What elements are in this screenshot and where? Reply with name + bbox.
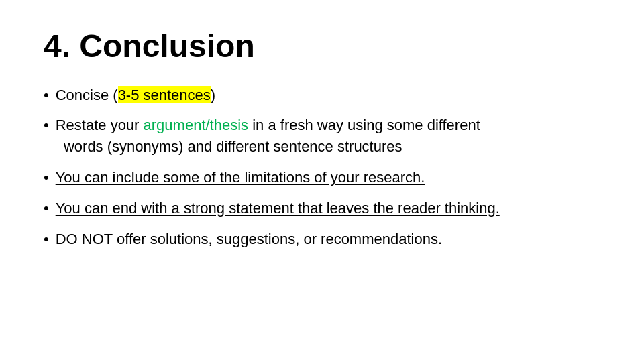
bullet-text: You can include some of the limitations … <box>56 167 600 188</box>
slide: 4. Conclusion • Concise (3-5 sentences) … <box>0 0 644 362</box>
list-item: • DO NOT offer solutions, suggestions, o… <box>44 229 600 250</box>
slide-title: 4. Conclusion <box>44 27 600 66</box>
bullet-text: Concise (3-5 sentences) <box>56 84 600 106</box>
list-item: • You can include some of the limitation… <box>44 167 600 188</box>
bullet-text: You can end with a strong statement that… <box>56 198 600 219</box>
bullet-text: Restate your argument/thesis in a fresh … <box>56 115 600 158</box>
list-item: • Restate your argument/thesis in a fres… <box>44 115 600 158</box>
bullet-dot: • <box>44 198 49 219</box>
highlighted-text: 3-5 sentences <box>118 86 211 103</box>
bullet-dot: • <box>44 84 49 106</box>
bullet-list: • Concise (3-5 sentences) • Restate your… <box>44 84 600 250</box>
bullet-dot: • <box>44 229 49 250</box>
list-item: • You can end with a strong statement th… <box>44 198 600 219</box>
bullet-dot: • <box>44 167 49 188</box>
green-text: argument/thesis <box>144 117 249 133</box>
bullet-text: DO NOT offer solutions, suggestions, or … <box>56 229 600 250</box>
list-item: • Concise (3-5 sentences) <box>44 84 600 106</box>
bullet-dot: • <box>44 115 49 136</box>
